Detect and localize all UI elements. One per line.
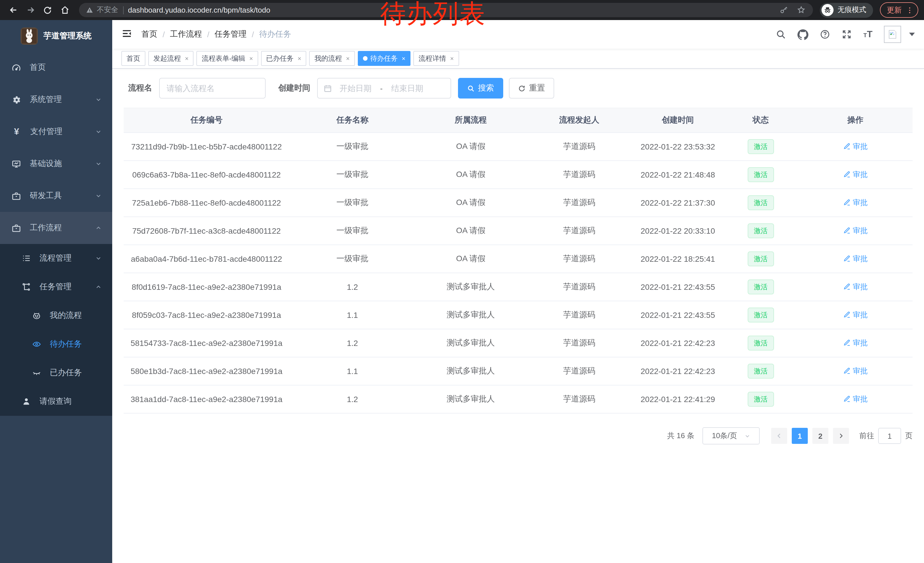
search-icon[interactable]	[776, 29, 786, 39]
start-date-input[interactable]	[333, 83, 378, 93]
close-icon[interactable]: ×	[185, 55, 189, 62]
edit-icon	[843, 227, 850, 234]
cell-created: 2022-01-21 22:43:55	[633, 301, 723, 329]
next-page-button[interactable]	[833, 428, 849, 444]
tag-label: 首页	[126, 54, 140, 63]
process-name-input[interactable]	[159, 78, 266, 99]
browser-update-button[interactable]: 更新	[880, 2, 918, 18]
cell-task-id: 8f0d1619-7ac8-11ec-a9e2-a2380e71991a	[124, 273, 290, 301]
page-size-select[interactable]: 10条/页	[702, 427, 760, 444]
approve-link[interactable]: 审批	[843, 226, 868, 236]
key-icon[interactable]	[779, 6, 788, 15]
cell-created: 2022-01-21 22:41:29	[633, 385, 723, 413]
sidebar-item-system[interactable]: 系统管理	[0, 84, 112, 116]
sidebar-item-infra[interactable]: 基础设施	[0, 148, 112, 180]
tag-todo-tasks[interactable]: 待办任务×	[358, 51, 411, 66]
cell-starter: 芋道源码	[526, 301, 633, 329]
close-icon[interactable]: ×	[346, 55, 350, 62]
approve-link[interactable]: 审批	[843, 198, 868, 208]
close-icon[interactable]: ×	[450, 55, 454, 62]
page-1-button[interactable]: 1	[792, 428, 808, 444]
browser-reload-button[interactable]	[40, 3, 55, 18]
sidebar-item-my-process[interactable]: 我的流程	[0, 301, 112, 330]
approve-link[interactable]: 审批	[843, 254, 868, 264]
github-icon[interactable]	[798, 29, 808, 40]
sidebar-item-home[interactable]: 首页	[0, 51, 112, 84]
edit-icon	[843, 199, 850, 206]
tag-start-process[interactable]: 发起流程×	[148, 51, 194, 66]
sidebar-item-label: 任务管理	[39, 282, 72, 292]
list-icon	[22, 254, 31, 263]
font-size-icon[interactable]: TT	[863, 29, 873, 39]
approve-link[interactable]: 审批	[843, 310, 868, 320]
security-status[interactable]: 不安全	[86, 5, 118, 15]
url-text[interactable]: dashboard.yudao.iocoder.cn/bpm/task/todo	[128, 6, 775, 14]
reset-button[interactable]: 重置	[509, 78, 554, 99]
sidebar-item-devtools[interactable]: 研发工具	[0, 180, 112, 212]
approve-link[interactable]: 审批	[843, 170, 868, 180]
approve-link[interactable]: 审批	[843, 394, 868, 404]
cell-action: 审批	[798, 217, 912, 245]
prev-page-button[interactable]	[771, 428, 787, 444]
tag-my-process[interactable]: 我的流程×	[309, 51, 355, 66]
sidebar-item-process-mgmt[interactable]: 流程管理	[0, 244, 112, 273]
address-bar[interactable]: 不安全 dashboard.yudao.iocoder.cn/bpm/task/…	[79, 3, 813, 17]
tag-form-edit[interactable]: 流程表单-编辑×	[196, 51, 258, 66]
end-date-input[interactable]	[385, 83, 430, 93]
logo-avatar	[21, 27, 38, 44]
help-icon[interactable]	[820, 29, 830, 39]
status-badge: 激活	[747, 279, 774, 294]
kebab-menu-icon[interactable]	[906, 6, 914, 14]
tag-process-detail[interactable]: 流程详情×	[413, 51, 459, 66]
tag-label: 已办任务	[266, 54, 294, 63]
date-range-picker[interactable]: -	[317, 78, 451, 99]
sidebar-item-payment[interactable]: ¥ 支付管理	[0, 116, 112, 148]
bookmark-star-icon[interactable]	[796, 5, 806, 15]
goto-label: 前往	[859, 431, 874, 441]
breadcrumb-task-mgmt[interactable]: 任务管理	[214, 29, 247, 39]
edit-icon	[843, 395, 850, 403]
page-2-button[interactable]: 2	[812, 428, 828, 444]
fullscreen-icon[interactable]	[842, 29, 852, 39]
breadcrumb: 首页 / 工作流程 / 任务管理 / 待办任务	[141, 29, 291, 39]
cell-task-id: 73211d9d-7b9b-11ec-b5b7-acde48001122	[124, 132, 290, 161]
cell-process: 测试多审批人	[416, 329, 526, 357]
approve-link[interactable]: 审批	[843, 282, 868, 292]
column-header: 操作	[798, 108, 912, 132]
cell-task-id: 725a1eb6-7b88-11ec-8ef0-acde48001122	[124, 189, 290, 217]
search-button[interactable]: 搜索	[458, 78, 503, 99]
tag-home[interactable]: 首页	[122, 51, 146, 66]
approve-link[interactable]: 审批	[843, 366, 868, 376]
browser-home-button[interactable]	[57, 3, 72, 18]
browser-forward-button[interactable]	[23, 3, 38, 18]
close-icon[interactable]: ×	[249, 55, 253, 62]
page-size-value: 10条/页	[712, 431, 737, 441]
cell-created: 2022-01-22 21:37:30	[633, 189, 723, 217]
column-header: 任务名称	[290, 108, 416, 132]
approve-link[interactable]: 审批	[843, 141, 868, 152]
approve-label: 审批	[853, 254, 868, 264]
cell-starter: 芋道源码	[526, 329, 633, 357]
sidebar-item-leave-query[interactable]: 请假查询	[0, 387, 112, 416]
sidebar-item-todo-tasks[interactable]: 待办任务	[0, 330, 112, 359]
approve-link[interactable]: 审批	[843, 338, 868, 348]
cell-task-id: 069c6a63-7b8a-11ec-8ef0-acde48001122	[124, 161, 290, 189]
sidebar-item-task-mgmt[interactable]: 任务管理	[0, 273, 112, 301]
breadcrumb-workflow[interactable]: 工作流程	[170, 29, 202, 39]
close-icon[interactable]: ×	[298, 55, 302, 62]
cell-status: 激活	[723, 132, 798, 161]
sidebar-item-workflow[interactable]: 工作流程	[0, 212, 112, 244]
navbar: 首页 / 工作流程 / 任务管理 / 待办任务 TT	[112, 20, 924, 49]
sidebar-item-done-tasks[interactable]: 已办任务	[0, 359, 112, 387]
close-icon[interactable]: ×	[402, 55, 406, 62]
sidebar-collapse-button[interactable]	[122, 28, 132, 41]
browser-back-button[interactable]	[6, 3, 21, 18]
goto-page-input[interactable]	[878, 428, 901, 444]
user-avatar[interactable]	[884, 26, 901, 43]
chevron-down-icon	[95, 96, 102, 103]
avatar-caret-icon[interactable]	[909, 33, 915, 36]
breadcrumb-home[interactable]: 首页	[141, 29, 158, 39]
status-badge: 激活	[747, 195, 774, 210]
forward-icon	[26, 5, 35, 15]
tag-done-tasks[interactable]: 已办任务×	[261, 51, 307, 66]
